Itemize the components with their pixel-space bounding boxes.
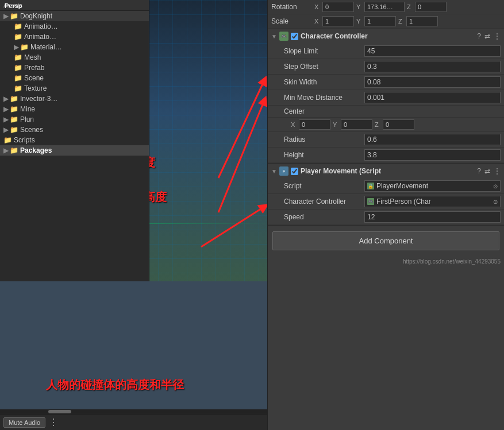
tree-item-animator[interactable]: 📁 Animato… (0, 32, 149, 42)
tree-item-texture[interactable]: 📁 Texture (0, 83, 149, 94)
scale-z-label: Z (398, 18, 404, 25)
cc-settings-icon[interactable]: ⇄ (484, 32, 490, 40)
cc-help-icon[interactable]: ? (477, 32, 481, 40)
left-panel: Persp (0, 0, 267, 430)
url-bar: https://blog.csdn.net/weixin_44293055 (268, 256, 504, 267)
scale-y-input[interactable] (364, 16, 396, 26)
tree-item-plun[interactable]: ▶ 📁 Plun (0, 114, 149, 125)
tree-item-material[interactable]: ▶ 📁 Material… (0, 42, 149, 52)
player-movement-title: Player Movement (Script (301, 167, 477, 175)
center-z-input[interactable] (383, 119, 414, 130)
center-label: Center (268, 106, 504, 118)
pm-enable-checkbox[interactable] (291, 168, 298, 175)
rotation-y-label: Y (356, 3, 362, 10)
scale-x-label: X (314, 18, 320, 25)
char-ctrl-ref-field[interactable]: 🎮 FirstPerson (Char ⊙ (364, 196, 501, 207)
step-offset-label: Step Offset (284, 63, 364, 71)
character-controller-title: Character Controller (301, 32, 477, 40)
rotation-row: Rotation X Y Z (268, 0, 504, 14)
asset-tree-panel: Assets ▶ 📁 DogKnight 📁 Animatio… 📁 Anima… (0, 0, 149, 281)
tree-item-dogknight[interactable]: ▶ 📁 DogKnight (0, 11, 149, 21)
mute-audio-button[interactable]: Mute Audio (3, 417, 45, 428)
rotation-label: Rotation (271, 3, 314, 11)
three-dots-menu[interactable]: ⋮ (49, 417, 58, 428)
pm-collapse-icon: ▼ (271, 168, 277, 175)
rotation-z-input[interactable] (415, 2, 447, 12)
inspector-panel: Rotation X Y Z Scale X Y Z (267, 0, 504, 430)
scale-row: Scale X Y Z (268, 14, 504, 29)
script-label: Script (284, 182, 364, 190)
min-move-row: Min Move Distance (268, 90, 504, 106)
pm-menu-icon[interactable]: ⋮ (494, 167, 501, 175)
bottom-bar: Mute Audio ⋮ (0, 414, 267, 430)
tree-item-scene[interactable]: 📁 Scene (0, 73, 149, 83)
collapse-icon: ▼ (271, 33, 277, 40)
skin-width-input[interactable] (364, 76, 501, 88)
tree-item-prefab[interactable]: 📁 Prefab (0, 63, 149, 73)
scale-y-label: Y (356, 18, 362, 25)
slope-limit-row: Slope Limit (268, 44, 504, 59)
center-z-label: Z (375, 121, 380, 128)
svg-line-5 (218, 100, 264, 212)
radius-input[interactable] (364, 134, 501, 145)
svg-line-6 (201, 207, 264, 247)
speed-row: Speed (268, 210, 504, 225)
tree-item-mesh[interactable]: 📁 Mesh (0, 52, 149, 63)
center-y-input[interactable] (341, 119, 372, 130)
scale-z-input[interactable] (406, 16, 438, 26)
center-x-label: X (291, 121, 297, 128)
scale-label: Scale (271, 17, 314, 25)
scale-x-input[interactable] (322, 16, 354, 26)
player-movement-section: ▼ F Player Movement (Script ? ⇄ ⋮ Script… (268, 164, 504, 226)
pm-help-icon[interactable]: ? (477, 167, 481, 175)
tree-item-animation[interactable]: 📁 Animatio… (0, 21, 149, 32)
rotation-y-input[interactable] (364, 2, 405, 12)
add-component-button[interactable]: Add Component (272, 231, 499, 250)
tree-item-invector3[interactable]: ▶ 📁 Invector-3… (0, 94, 149, 104)
height-row: Height (268, 148, 504, 163)
center-y-label: Y (333, 121, 338, 128)
script-row: Script 🔒 PlayerMovement ⊙ (268, 179, 504, 194)
rotation-x-input[interactable] (322, 2, 354, 12)
speed-input[interactable] (364, 211, 501, 223)
min-move-label: Min Move Distance (284, 94, 364, 102)
script-value-field[interactable]: 🔒 PlayerMovement ⊙ (364, 180, 501, 192)
rotation-x-label: X (314, 3, 320, 10)
height-label: Height (284, 151, 364, 159)
rotation-z-label: Z (407, 3, 413, 10)
min-move-input[interactable] (364, 92, 501, 103)
char-ctrl-ref-row: Character Controller 🎮 FirstPerson (Char… (268, 194, 504, 210)
slope-limit-label: Slope Limit (284, 47, 364, 55)
cc-enable-checkbox[interactable] (291, 33, 298, 40)
scene-label: Persp (5, 2, 22, 9)
char-ctrl-target-icon: ⊙ (493, 199, 498, 205)
height-input[interactable] (364, 149, 501, 161)
tree-item-scripts[interactable]: 📁 Scripts (0, 135, 149, 145)
tree-item-mine[interactable]: ▶ 📁 Mine (0, 104, 149, 114)
character-controller-header[interactable]: ▼ 🎮 Character Controller ? ⇄ ⋮ (268, 29, 504, 44)
center-x-input[interactable] (299, 119, 330, 130)
cc-icon: 🎮 (279, 32, 288, 41)
tree-item-scenes[interactable]: ▶ 📁 Scenes (0, 125, 149, 135)
radius-label: Radius (284, 135, 364, 144)
skin-width-row: Skin Width (268, 75, 504, 90)
skin-width-label: Skin Width (284, 78, 364, 86)
svg-line-4 (218, 80, 264, 178)
cc-menu-icon[interactable]: ⋮ (494, 32, 501, 40)
annotation-text3: 人物的碰撞体的高度和半径 (46, 377, 184, 393)
player-movement-header[interactable]: ▼ F Player Movement (Script ? ⇄ ⋮ (268, 164, 504, 179)
pm-settings-icon[interactable]: ⇄ (484, 167, 490, 175)
step-offset-input[interactable] (364, 61, 501, 72)
step-offset-row: Step Offset (268, 59, 504, 75)
center-xyz-row: X Y Z (268, 118, 504, 132)
char-ctrl-ref-label: Character Controller (284, 197, 364, 206)
pm-icon: F (279, 166, 288, 176)
slope-limit-input[interactable] (364, 45, 501, 57)
speed-label: Speed (284, 213, 364, 221)
tree-item-packages[interactable]: ▶ 📁 Packages (0, 145, 149, 156)
script-target-icon: ⊙ (493, 183, 498, 189)
character-controller-section: ▼ 🎮 Character Controller ? ⇄ ⋮ Slope Lim… (268, 29, 504, 164)
radius-row: Radius (268, 132, 504, 148)
